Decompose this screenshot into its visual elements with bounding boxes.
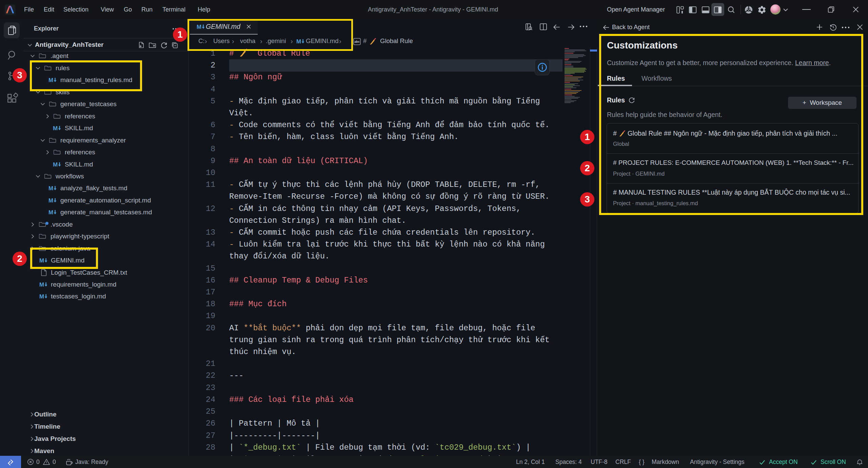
svg-text:abc: abc bbox=[354, 40, 360, 43]
